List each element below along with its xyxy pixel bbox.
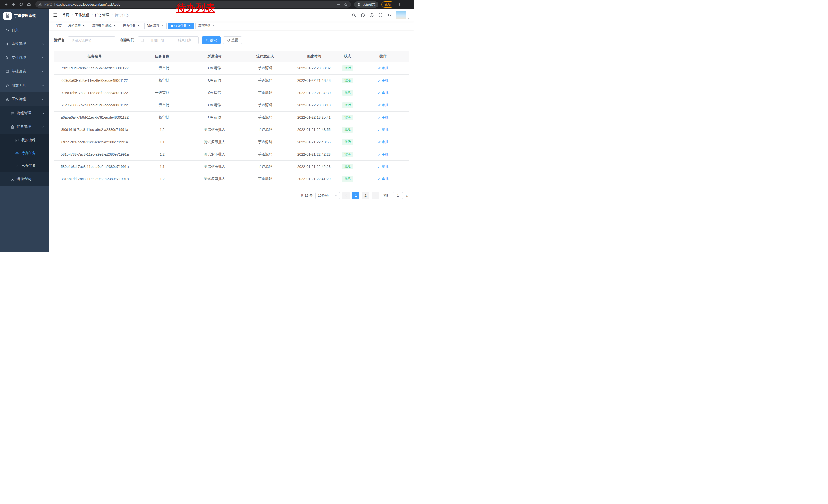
approve-button[interactable]: 审批: [378, 140, 388, 144]
close-icon[interactable]: [212, 24, 215, 28]
tab-process-form-edit[interactable]: 流程表单-编辑: [89, 22, 119, 29]
date-range-picker[interactable]: 开始日期 - 结束日期: [138, 36, 199, 44]
sidebar-item-task-management[interactable]: 任务管理: [0, 120, 49, 134]
reset-button[interactable]: 重置: [223, 36, 242, 44]
approve-button[interactable]: 审批: [378, 164, 388, 169]
tab-label: 流程详情: [198, 24, 210, 28]
reset-button-label: 重置: [232, 38, 238, 43]
sidebar-item-process-management[interactable]: 流程管理: [0, 106, 49, 120]
browser-update-button[interactable]: 更新: [381, 1, 394, 8]
browser-refresh-button[interactable]: [18, 1, 25, 8]
sidebar-item-label: 首页: [11, 28, 19, 32]
breadcrumb-separator: /: [72, 13, 73, 17]
cell-create-time: 2022-01-22 20:33:10: [290, 99, 338, 111]
search-button-icon: [206, 39, 209, 42]
sidebar-item-payment[interactable]: 支付管理: [0, 51, 49, 64]
close-icon[interactable]: [137, 24, 140, 28]
breadcrumb-workflow[interactable]: 工作流程: [75, 13, 89, 17]
tab-home[interactable]: 首页: [53, 22, 64, 29]
prev-page-button[interactable]: [342, 192, 349, 199]
search-button[interactable]: 搜索: [202, 36, 220, 44]
approve-button[interactable]: 审批: [378, 152, 388, 156]
bookmark-star-icon[interactable]: [344, 2, 348, 6]
approve-button[interactable]: 审批: [378, 91, 388, 95]
cell-task-name: 1.2: [135, 124, 189, 136]
goto-page-input[interactable]: [393, 192, 403, 199]
incognito-icon: [357, 2, 361, 6]
tab-my-processes[interactable]: 我的流程: [144, 22, 167, 29]
tab-todo-tasks[interactable]: 待办任务: [168, 22, 194, 29]
app-logo[interactable]: 芋道管理系统: [0, 9, 49, 23]
sidebar-item-label: 任务管理: [17, 125, 31, 129]
start-date-placeholder[interactable]: 开始日期: [146, 38, 168, 43]
sidebar-menu: 首页 系统管理 支付管理: [0, 23, 49, 186]
url-divider: [54, 3, 55, 6]
chevron-down-icon: [42, 70, 45, 73]
browser-back-button[interactable]: [3, 1, 9, 8]
chevron-down-icon: [42, 84, 45, 87]
sidebar-item-workflow[interactable]: 工作流程: [0, 92, 49, 106]
approve-button[interactable]: 审批: [378, 177, 388, 181]
total-count: 共 16 条: [300, 193, 313, 198]
breadcrumb-task-management[interactable]: 任务管理: [95, 13, 109, 17]
sidebar-item-label: 研发工具: [11, 83, 26, 88]
app-title: 芋道管理系统: [14, 13, 36, 18]
pagination: 共 16 条 10条/页 1 2 前往 页: [54, 192, 409, 199]
close-icon[interactable]: [161, 24, 164, 28]
sidebar-item-dev-tools[interactable]: 研发工具: [0, 79, 49, 92]
approve-label: 审批: [382, 91, 388, 95]
page-button-1[interactable]: 1: [352, 192, 359, 199]
close-icon[interactable]: [113, 24, 117, 28]
sidebar-item-done-tasks[interactable]: 已办任务: [0, 159, 49, 172]
tab-label: 发起流程: [68, 24, 81, 28]
close-icon[interactable]: [188, 24, 191, 28]
url-bar[interactable]: 不安全 dashboard.yudao.iocoder.cn/bpm/task/…: [35, 1, 351, 8]
approve-label: 审批: [382, 177, 388, 181]
approve-button[interactable]: 审批: [378, 103, 388, 107]
next-page-button[interactable]: [372, 192, 379, 199]
end-date-placeholder[interactable]: 结束日期: [174, 38, 196, 43]
cell-task-name: 1.1: [135, 136, 189, 148]
cell-initiator: 芋道源码: [240, 124, 290, 136]
chevron-down-icon: [42, 112, 45, 114]
approve-button[interactable]: 审批: [378, 127, 388, 132]
user-avatar[interactable]: [396, 11, 410, 19]
sidebar-item-todo-tasks[interactable]: 待办任务: [0, 147, 49, 159]
chevron-up-icon: [42, 98, 45, 101]
dashboard-icon: [5, 28, 9, 32]
github-icon[interactable]: [360, 13, 365, 18]
breadcrumb-home[interactable]: 首页: [62, 13, 69, 17]
search-icon[interactable]: [352, 13, 356, 17]
sidebar-item-system[interactable]: 系统管理: [0, 37, 49, 51]
tab-process-detail[interactable]: 流程详情: [196, 22, 218, 29]
page-size-select[interactable]: 10条/页: [315, 192, 340, 199]
fullscreen-icon[interactable]: [378, 13, 383, 17]
approve-button[interactable]: 审批: [378, 66, 388, 71]
page-button-2[interactable]: 2: [362, 192, 369, 199]
sidebar-toggle-button[interactable]: [53, 12, 58, 18]
sidebar-item-my-processes[interactable]: 我的流程: [0, 134, 49, 147]
sidebar-item-label: 待办任务: [21, 151, 36, 155]
approve-button[interactable]: 审批: [378, 115, 388, 120]
sidebar-item-home[interactable]: 首页: [0, 23, 49, 37]
sidebar-item-leave-query[interactable]: 请假查询: [0, 172, 49, 186]
edit-pen-icon: [378, 91, 381, 94]
status-badge: 激活: [342, 78, 353, 83]
cell-process: 测试多审批人: [189, 136, 240, 148]
tab-done-tasks[interactable]: 已办任务: [121, 22, 143, 29]
cell-initiator: 芋道源码: [240, 173, 290, 185]
security-indicator[interactable]: 不安全: [38, 2, 52, 7]
tab-label: 已办任务: [123, 24, 135, 28]
close-icon[interactable]: [82, 24, 85, 28]
browser-forward-button[interactable]: [10, 1, 17, 8]
approve-button[interactable]: 审批: [378, 78, 388, 83]
key-icon[interactable]: [336, 2, 341, 6]
eye-icon: [15, 151, 19, 155]
sidebar-item-infrastructure[interactable]: 基础设施: [0, 64, 49, 79]
help-icon[interactable]: [369, 13, 374, 17]
process-name-input[interactable]: [68, 36, 115, 44]
browser-home-button[interactable]: [26, 1, 32, 8]
font-size-icon[interactable]: [387, 13, 392, 17]
browser-menu-kebab-icon[interactable]: [396, 1, 403, 8]
tab-start-process[interactable]: 发起流程: [66, 22, 88, 29]
